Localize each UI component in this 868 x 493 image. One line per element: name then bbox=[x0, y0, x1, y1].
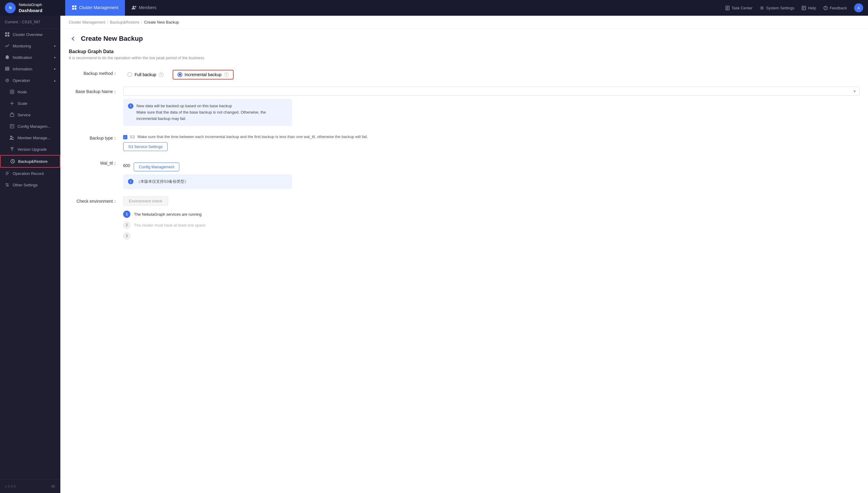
sidebar-item-member-management[interactable]: Member Manage... bbox=[0, 132, 60, 144]
svg-point-22 bbox=[6, 80, 8, 81]
information-chevron: ▾ bbox=[54, 67, 55, 71]
backup-method-row: Backup method： Full backup ? Incremental… bbox=[69, 69, 860, 80]
step-2-number: 2 bbox=[123, 221, 130, 229]
logo-text: NebulaGraph Dashboard bbox=[19, 2, 42, 13]
check-environment-control: Environment check 1 The NebulaGraph serv… bbox=[123, 196, 860, 239]
version-note-text: （本版本仅支持S3备份类型） bbox=[136, 178, 188, 185]
svg-point-10 bbox=[761, 7, 763, 9]
step-1-number: 1 bbox=[123, 211, 130, 218]
feedback-button[interactable]: Feedback bbox=[823, 6, 847, 10]
breadcrumb-cluster-management[interactable]: Cluster Management bbox=[69, 20, 105, 24]
backup-icon bbox=[10, 159, 15, 164]
back-arrow-icon bbox=[70, 36, 76, 42]
base-backup-name-select[interactable]: ▾ bbox=[123, 87, 860, 96]
user-avatar[interactable]: A bbox=[854, 3, 863, 13]
full-backup-radio[interactable] bbox=[128, 72, 132, 77]
users-icon bbox=[10, 135, 15, 140]
check-step-1: 1 The NebulaGraph services are running bbox=[123, 211, 860, 218]
incremental-backup-option[interactable]: Incremental backup ? bbox=[173, 70, 234, 80]
svg-rect-20 bbox=[5, 68, 9, 69]
menu-icon[interactable] bbox=[51, 484, 55, 489]
top-navigation: N NebulaGraph Dashboard Cluster Manageme… bbox=[0, 0, 868, 16]
select-chevron-icon: ▾ bbox=[853, 89, 855, 94]
full-backup-label: Full backup bbox=[135, 72, 156, 77]
breadcrumb: Cluster Management / Backup&Restore / Cr… bbox=[60, 16, 868, 29]
step-2-text: The cluster must have at least one space bbox=[134, 223, 206, 228]
sliders-icon bbox=[5, 183, 10, 187]
incremental-backup-help-icon[interactable]: ? bbox=[224, 72, 229, 77]
sidebar-item-monitoring[interactable]: Monitoring ▾ bbox=[0, 40, 60, 52]
s3-service-settings-button[interactable]: S3 Service Settings bbox=[123, 142, 167, 151]
svg-rect-11 bbox=[802, 6, 806, 10]
version-note-box: i （本版本仅支持S3备份类型） bbox=[123, 174, 292, 189]
step-3-number: 3 bbox=[123, 232, 130, 239]
task-center-button[interactable]: Task Center bbox=[725, 6, 752, 10]
info-box-text: New data will be backed up based on this… bbox=[136, 103, 287, 122]
svg-point-24 bbox=[12, 91, 13, 93]
svg-rect-3 bbox=[74, 8, 76, 10]
sidebar-item-information[interactable]: Information ▾ bbox=[0, 63, 60, 74]
backup-type-label: Backup type： bbox=[69, 133, 117, 141]
environment-check-button[interactable]: Environment check bbox=[123, 196, 168, 206]
check-steps: 1 The NebulaGraph services are running 2… bbox=[123, 211, 860, 239]
config-management-button[interactable]: Config Management bbox=[134, 163, 179, 171]
main-layout: Current：CS15_567 Cluster Overview Monito… bbox=[0, 16, 868, 493]
notification-chevron: ▾ bbox=[54, 56, 55, 59]
svg-rect-21 bbox=[5, 67, 9, 68]
wal-row: 600 Config Management bbox=[123, 158, 860, 171]
step-1-text: The NebulaGraph services are running bbox=[134, 212, 202, 217]
check-step-2: 2 The cluster must have at least one spa… bbox=[123, 221, 860, 229]
incremental-backup-radio[interactable] bbox=[178, 72, 182, 77]
task-center-icon bbox=[725, 6, 730, 10]
help-icon bbox=[802, 6, 806, 10]
nav-right-actions: Task Center System Settings Help Feedbac… bbox=[725, 3, 863, 13]
svg-rect-2 bbox=[72, 8, 74, 10]
sidebar-item-other-settings[interactable]: Other Settings bbox=[0, 179, 60, 191]
full-backup-option[interactable]: Full backup ? bbox=[123, 70, 168, 79]
feedback-icon bbox=[823, 6, 828, 10]
check-step-3: 3 bbox=[123, 232, 860, 239]
upgrade-icon bbox=[10, 147, 15, 152]
info-icon: i bbox=[128, 103, 133, 109]
backup-type-control: S3 Make sure that the time between each … bbox=[123, 133, 860, 151]
sidebar-item-backup-restore[interactable]: Backup&Restore bbox=[0, 155, 60, 168]
monitoring-chevron: ▾ bbox=[54, 44, 55, 48]
scale-icon bbox=[10, 101, 15, 106]
wal-ttl-control: 600 Config Management i （本版本仅支持S3备份类型） bbox=[123, 158, 860, 189]
cluster-management-icon bbox=[72, 5, 77, 10]
system-settings-button[interactable]: System Settings bbox=[760, 6, 794, 10]
backup-method-control: Full backup ? Incremental backup ? bbox=[123, 69, 860, 80]
main-content: Cluster Management / Backup&Restore / Cr… bbox=[60, 16, 868, 493]
list-icon bbox=[5, 171, 10, 176]
sidebar-item-operation[interactable]: Operation ▴ bbox=[0, 74, 60, 86]
sidebar-item-version-upgrade[interactable]: Version Upgrade bbox=[0, 144, 60, 155]
current-cluster-label: Current：CS15_567 bbox=[0, 16, 60, 29]
s3-checkbox[interactable] bbox=[123, 135, 128, 139]
sidebar-version: v 3.4.0 bbox=[0, 479, 60, 493]
svg-rect-23 bbox=[10, 90, 14, 94]
help-button[interactable]: Help bbox=[802, 6, 816, 10]
breadcrumb-current: Create New Backup bbox=[144, 20, 179, 24]
sidebar-item-node[interactable]: Node bbox=[0, 86, 60, 98]
sidebar-item-operation-record[interactable]: Operation Record bbox=[0, 168, 60, 179]
svg-point-5 bbox=[135, 6, 136, 7]
sidebar-item-scale[interactable]: Scale bbox=[0, 98, 60, 109]
sidebar-item-config-management[interactable]: Config Managem... bbox=[0, 121, 60, 132]
nav-tab-cluster-management[interactable]: Cluster Management bbox=[65, 0, 125, 16]
svg-rect-19 bbox=[5, 69, 9, 70]
wal-ttl-row: Wal_ttl： 600 Config Management i （本版本仅支持… bbox=[69, 158, 860, 189]
chart-icon bbox=[5, 43, 10, 48]
check-environment-label: Check environment： bbox=[69, 196, 117, 204]
full-backup-help-icon[interactable]: ? bbox=[159, 72, 164, 77]
sidebar-item-cluster-overview[interactable]: Cluster Overview bbox=[0, 29, 60, 40]
back-button[interactable] bbox=[69, 35, 77, 43]
breadcrumb-backup-restore[interactable]: Backup&Restore bbox=[110, 20, 139, 24]
nav-tab-members[interactable]: Members bbox=[125, 0, 163, 16]
sidebar-item-notification[interactable]: Notification ▾ bbox=[0, 52, 60, 63]
backup-type-s3-row: S3 Make sure that the time between each … bbox=[123, 133, 860, 139]
nav-tabs: Cluster Management Members bbox=[65, 0, 725, 16]
sidebar: Current：CS15_567 Cluster Overview Monito… bbox=[0, 16, 60, 493]
sidebar-item-service[interactable]: Service bbox=[0, 109, 60, 121]
backup-type-desc: Make sure that the time between each inc… bbox=[137, 134, 368, 139]
grid-icon bbox=[5, 32, 10, 37]
